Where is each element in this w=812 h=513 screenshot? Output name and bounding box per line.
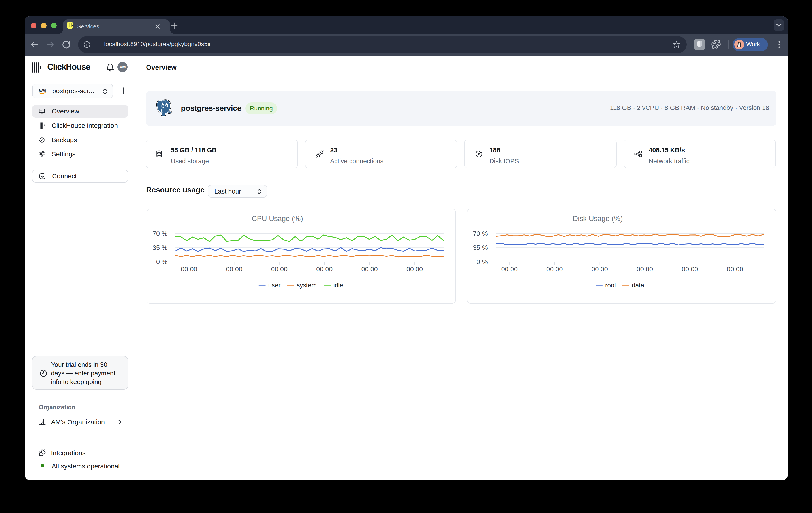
svg-text:root: root: [605, 282, 616, 289]
svg-text:CPU Usage (%): CPU Usage (%): [252, 214, 303, 223]
svg-text:00:00: 00:00: [637, 265, 653, 273]
svg-text:70 %: 70 %: [473, 230, 488, 237]
svg-text:35 %: 35 %: [473, 244, 488, 251]
svg-text:0 %: 0 %: [156, 258, 168, 265]
svg-text:system: system: [296, 282, 317, 289]
svg-text:00:00: 00:00: [501, 265, 518, 273]
svg-text:aws: aws: [38, 88, 46, 92]
svg-text:data: data: [632, 282, 644, 289]
svg-text:00:00: 00:00: [546, 265, 563, 273]
svg-text:35 %: 35 %: [152, 244, 168, 251]
svg-text:00:00: 00:00: [226, 265, 242, 273]
svg-text:0 %: 0 %: [476, 258, 488, 265]
svg-text:00:00: 00:00: [271, 265, 288, 273]
svg-text:idle: idle: [334, 282, 343, 289]
svg-text:00:00: 00:00: [406, 265, 423, 273]
svg-text:00:00: 00:00: [181, 265, 197, 273]
svg-text:00:00: 00:00: [361, 265, 378, 273]
svg-text:00:00: 00:00: [682, 265, 698, 273]
svg-text:00:00: 00:00: [591, 265, 608, 273]
svg-text:user: user: [268, 282, 281, 289]
svg-text:70 %: 70 %: [152, 230, 168, 237]
svg-text:00:00: 00:00: [727, 265, 743, 273]
svg-text:Disk Usage (%): Disk Usage (%): [573, 214, 623, 223]
svg-text:00:00: 00:00: [316, 265, 332, 273]
